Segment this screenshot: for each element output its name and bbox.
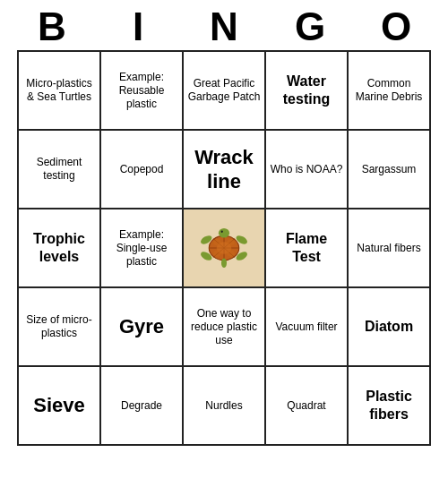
cell-text-3: Water testing	[270, 73, 343, 108]
cell-text-21: Degrade	[121, 399, 162, 413]
cell-text-20: Sieve	[33, 393, 85, 418]
bingo-cell-8: Who is NOAA?	[266, 131, 349, 209]
cell-text-2: Great Pacific Garbage Patch	[187, 77, 261, 104]
bingo-cell-17: One way to reduce plastic use	[184, 288, 266, 367]
bingo-title: B I N G O	[9, 7, 439, 47]
cell-text-5: Sediment testing	[22, 156, 96, 183]
svg-point-16	[213, 250, 221, 257]
cell-text-15: Size of micro-plastics	[22, 313, 96, 340]
bingo-cell-1: Example: Reusable plastic	[101, 52, 184, 131]
letter-b: B	[11, 7, 93, 47]
bingo-cell-6: Copepod	[101, 131, 184, 209]
cell-text-11: Example: Single-use plastic	[105, 228, 178, 269]
svg-point-15	[227, 239, 235, 246]
bingo-cell-9: Sargassum	[349, 131, 431, 209]
svg-point-6	[219, 228, 229, 238]
bingo-cell-16: Gyre	[101, 288, 184, 367]
cell-text-17: One way to reduce plastic use	[187, 307, 261, 347]
cell-text-18: Vacuum filter	[275, 320, 337, 334]
cell-text-7: Wrack line	[187, 145, 261, 194]
bingo-cell-5: Sediment testing	[19, 131, 101, 209]
bingo-cell-23: Quadrat	[266, 367, 349, 446]
bingo-cell-22: Nurdles	[184, 367, 266, 446]
letter-i: I	[97, 7, 179, 47]
cell-text-8: Who is NOAA?	[271, 163, 343, 176]
turtle-icon	[190, 214, 258, 282]
cell-text-24: Plastic fibers	[352, 388, 426, 423]
svg-point-17	[227, 250, 235, 257]
bingo-cell-2: Great Pacific Garbage Patch	[184, 52, 266, 131]
cell-text-9: Sargassum	[362, 163, 417, 176]
bingo-cell-24: Plastic fibers	[349, 367, 431, 446]
letter-n: N	[183, 7, 265, 47]
bingo-cell-20: Sieve	[19, 367, 101, 446]
cell-text-19: Diatom	[365, 318, 413, 336]
svg-point-7	[221, 231, 223, 233]
bingo-cell-13: Flame Test	[266, 209, 349, 288]
cell-text-4: Common Marine Debris	[352, 77, 426, 104]
bingo-cell-10: Trophic levels	[19, 209, 101, 288]
cell-text-6: Copepod	[120, 163, 164, 176]
bingo-cell-15: Size of micro-plastics	[19, 288, 101, 367]
cell-text-1: Example: Reusable plastic	[105, 71, 178, 111]
bingo-grid: Micro-plastics & Sea TurtlesExample: Reu…	[17, 50, 431, 446]
cell-text-0: Micro-plastics & Sea Turtles	[22, 77, 96, 104]
cell-text-23: Quadrat	[287, 399, 325, 413]
bingo-cell-18: Vacuum filter	[266, 288, 349, 367]
cell-text-22: Nurdles	[205, 399, 242, 413]
bingo-cell-21: Degrade	[101, 367, 184, 446]
cell-text-10: Trophic levels	[22, 230, 96, 266]
bingo-cell-19: Diatom	[349, 288, 431, 367]
bingo-cell-11: Example: Single-use plastic	[101, 209, 184, 288]
bingo-cell-0: Micro-plastics & Sea Turtles	[19, 52, 101, 131]
bingo-cell-3: Water testing	[266, 52, 349, 131]
cell-text-14: Natural fibers	[357, 242, 420, 255]
cell-text-13: Flame Test	[270, 230, 343, 266]
bingo-cell-14: Natural fibers	[349, 209, 431, 288]
cell-text-16: Gyre	[119, 314, 164, 339]
letter-g: G	[269, 7, 351, 47]
bingo-cell-4: Common Marine Debris	[349, 52, 431, 131]
bingo-cell-12	[184, 209, 266, 288]
svg-point-12	[221, 258, 227, 268]
svg-point-14	[213, 239, 221, 246]
bingo-cell-7: Wrack line	[184, 131, 266, 209]
letter-o: O	[355, 7, 437, 47]
